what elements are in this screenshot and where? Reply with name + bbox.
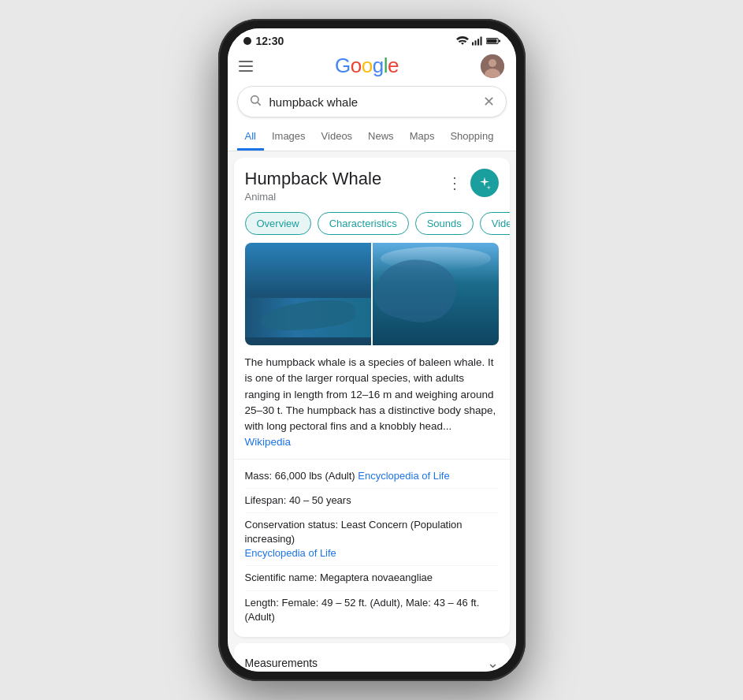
phone-screen: 12:30 (228, 28, 516, 672)
kp-subtitle: Animal (245, 191, 445, 203)
chip-videos[interactable]: Videos (480, 212, 510, 235)
signal-icon (472, 36, 483, 46)
fact-conservation: Conservation status: Least Concern (Popu… (245, 513, 499, 567)
fact-length: Length: Female: 49 – 52 ft. (Adult), Mal… (245, 591, 499, 629)
eol-link-mass[interactable]: Encyclopedia of Life (358, 470, 449, 482)
svg-rect-3 (480, 36, 481, 45)
kp-title: Humpback Whale (245, 169, 445, 189)
ai-button[interactable] (470, 169, 499, 197)
eol-link-conservation[interactable]: Encyclopedia of Life (245, 546, 499, 560)
tab-images[interactable]: Images (264, 124, 314, 151)
kp-description: The humpback whale is a species of balee… (234, 355, 510, 459)
whale-image-1 (245, 243, 371, 345)
measurements-label: Measurements (245, 657, 318, 669)
tab-all[interactable]: All (237, 124, 264, 151)
measurements-chevron: ⌄ (487, 654, 499, 672)
tab-maps[interactable]: Maps (402, 124, 443, 151)
search-bar[interactable]: humpback whale ✕ (237, 86, 507, 117)
google-header: Google (228, 50, 516, 83)
google-logo: Google (335, 54, 399, 78)
kp-facts: Mass: 66,000 lbs (Adult) Encyclopedia of… (234, 459, 510, 638)
ai-icon (477, 176, 492, 190)
svg-rect-1 (474, 40, 476, 45)
svg-point-10 (251, 96, 258, 103)
whale-image-2 (373, 243, 499, 345)
hamburger-menu[interactable] (239, 61, 253, 72)
svg-rect-6 (498, 40, 500, 43)
kp-header: Humpback Whale Animal ⋮ (234, 158, 510, 207)
svg-line-11 (258, 102, 261, 106)
svg-rect-2 (477, 39, 479, 45)
battery-icon (486, 36, 500, 46)
camera-dot (243, 37, 251, 45)
avatar[interactable] (481, 54, 504, 78)
nav-tabs: All Images Videos News Maps Shopping (228, 124, 516, 151)
status-time: 12:30 (243, 35, 284, 47)
search-query: humpback whale (269, 95, 483, 109)
knowledge-panel: Humpback Whale Animal ⋮ (234, 158, 510, 637)
status-bar: 12:30 (228, 28, 516, 50)
fact-mass: Mass: 66,000 lbs (Adult) Encyclopedia of… (245, 464, 499, 489)
status-icons (456, 36, 500, 46)
main-content: Humpback Whale Animal ⋮ (228, 151, 516, 672)
chip-sounds[interactable]: Sounds (415, 212, 474, 235)
chip-overview[interactable]: Overview (245, 212, 311, 235)
fact-lifespan: Lifespan: 40 – 50 years (245, 489, 499, 513)
more-options-button[interactable]: ⋮ (445, 172, 464, 194)
svg-point-8 (489, 59, 496, 67)
chip-characteristics[interactable]: Characteristics (318, 212, 409, 235)
phone-frame: 12:30 (218, 19, 526, 681)
tab-videos[interactable]: Videos (314, 124, 361, 151)
measurements-section[interactable]: Measurements ⌄ (234, 643, 510, 672)
clear-icon[interactable]: ✕ (483, 93, 495, 110)
chips-row: Overview Characteristics Sounds Videos (234, 207, 510, 243)
wikipedia-link[interactable]: Wikipedia (245, 436, 292, 448)
tab-news[interactable]: News (360, 124, 402, 151)
svg-rect-5 (487, 39, 496, 43)
wifi-icon (456, 36, 469, 46)
fact-scientific-name: Scientific name: Megaptera novaeangliae (245, 566, 499, 590)
svg-rect-0 (472, 42, 474, 45)
image-gallery[interactable] (245, 243, 499, 345)
tab-shopping[interactable]: Shopping (442, 124, 501, 151)
search-icon (249, 94, 262, 110)
